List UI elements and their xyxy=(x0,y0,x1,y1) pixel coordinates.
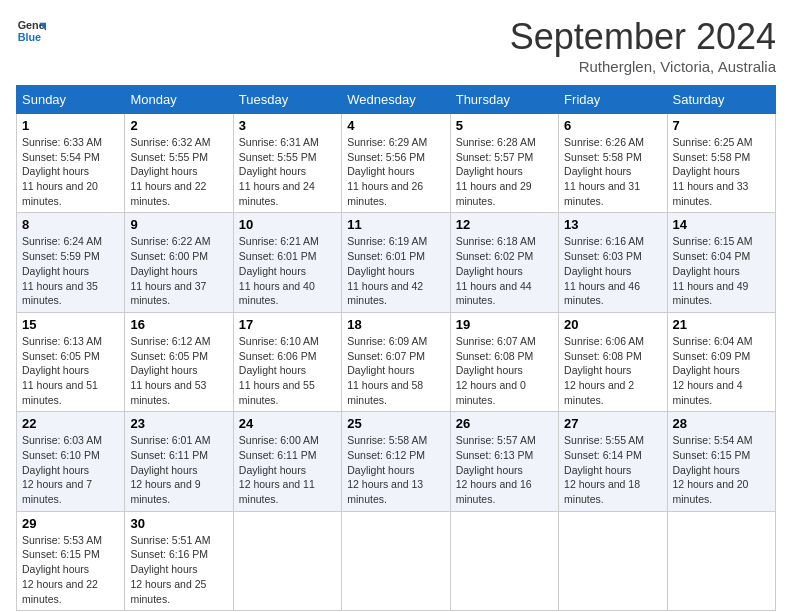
title-block: September 2024 Rutherglen, Victoria, Aus… xyxy=(510,16,776,75)
day-number: 29 xyxy=(22,516,119,531)
day-number: 27 xyxy=(564,416,661,431)
calendar-cell: 7 Sunrise: 6:25 AMSunset: 5:58 PMDayligh… xyxy=(667,114,775,213)
day-info: Sunrise: 6:32 AMSunset: 5:55 PMDaylight … xyxy=(130,135,227,208)
page-header: General Blue September 2024 Rutherglen, … xyxy=(16,16,776,75)
calendar-cell: 12 Sunrise: 6:18 AMSunset: 6:02 PMDaylig… xyxy=(450,213,558,312)
calendar-cell: 22 Sunrise: 6:03 AMSunset: 6:10 PMDaylig… xyxy=(17,412,125,511)
calendar-cell: 11 Sunrise: 6:19 AMSunset: 6:01 PMDaylig… xyxy=(342,213,450,312)
calendar-body: 1 Sunrise: 6:33 AMSunset: 5:54 PMDayligh… xyxy=(17,114,776,611)
calendar-week-4: 22 Sunrise: 6:03 AMSunset: 6:10 PMDaylig… xyxy=(17,412,776,511)
day-info: Sunrise: 6:03 AMSunset: 6:10 PMDaylight … xyxy=(22,433,119,506)
day-info: Sunrise: 6:26 AMSunset: 5:58 PMDaylight … xyxy=(564,135,661,208)
calendar-cell: 28 Sunrise: 5:54 AMSunset: 6:15 PMDaylig… xyxy=(667,412,775,511)
calendar-cell: 18 Sunrise: 6:09 AMSunset: 6:07 PMDaylig… xyxy=(342,312,450,411)
calendar-cell: 30 Sunrise: 5:51 AMSunset: 6:16 PMDaylig… xyxy=(125,511,233,610)
calendar-cell: 19 Sunrise: 6:07 AMSunset: 6:08 PMDaylig… xyxy=(450,312,558,411)
day-info: Sunrise: 6:04 AMSunset: 6:09 PMDaylight … xyxy=(673,334,770,407)
calendar-cell xyxy=(667,511,775,610)
day-info: Sunrise: 5:53 AMSunset: 6:15 PMDaylight … xyxy=(22,533,119,606)
calendar-cell: 20 Sunrise: 6:06 AMSunset: 6:08 PMDaylig… xyxy=(559,312,667,411)
calendar-cell: 25 Sunrise: 5:58 AMSunset: 6:12 PMDaylig… xyxy=(342,412,450,511)
day-info: Sunrise: 6:22 AMSunset: 6:00 PMDaylight … xyxy=(130,234,227,307)
day-info: Sunrise: 5:55 AMSunset: 6:14 PMDaylight … xyxy=(564,433,661,506)
month-title: September 2024 xyxy=(510,16,776,58)
calendar-cell: 14 Sunrise: 6:15 AMSunset: 6:04 PMDaylig… xyxy=(667,213,775,312)
day-number: 5 xyxy=(456,118,553,133)
weekday-header-tuesday: Tuesday xyxy=(233,86,341,114)
day-number: 22 xyxy=(22,416,119,431)
calendar-cell: 21 Sunrise: 6:04 AMSunset: 6:09 PMDaylig… xyxy=(667,312,775,411)
day-info: Sunrise: 5:54 AMSunset: 6:15 PMDaylight … xyxy=(673,433,770,506)
calendar-week-2: 8 Sunrise: 6:24 AMSunset: 5:59 PMDayligh… xyxy=(17,213,776,312)
calendar-cell xyxy=(559,511,667,610)
day-number: 25 xyxy=(347,416,444,431)
calendar-cell: 26 Sunrise: 5:57 AMSunset: 6:13 PMDaylig… xyxy=(450,412,558,511)
calendar-cell xyxy=(233,511,341,610)
day-number: 1 xyxy=(22,118,119,133)
day-info: Sunrise: 6:12 AMSunset: 6:05 PMDaylight … xyxy=(130,334,227,407)
day-number: 10 xyxy=(239,217,336,232)
calendar-cell: 2 Sunrise: 6:32 AMSunset: 5:55 PMDayligh… xyxy=(125,114,233,213)
calendar-cell: 8 Sunrise: 6:24 AMSunset: 5:59 PMDayligh… xyxy=(17,213,125,312)
day-info: Sunrise: 6:19 AMSunset: 6:01 PMDaylight … xyxy=(347,234,444,307)
calendar-cell: 27 Sunrise: 5:55 AMSunset: 6:14 PMDaylig… xyxy=(559,412,667,511)
day-number: 20 xyxy=(564,317,661,332)
day-info: Sunrise: 6:01 AMSunset: 6:11 PMDaylight … xyxy=(130,433,227,506)
calendar-cell: 16 Sunrise: 6:12 AMSunset: 6:05 PMDaylig… xyxy=(125,312,233,411)
calendar-cell: 15 Sunrise: 6:13 AMSunset: 6:05 PMDaylig… xyxy=(17,312,125,411)
logo-icon: General Blue xyxy=(16,16,46,46)
calendar-header-row: SundayMondayTuesdayWednesdayThursdayFrid… xyxy=(17,86,776,114)
day-number: 14 xyxy=(673,217,770,232)
day-number: 30 xyxy=(130,516,227,531)
day-info: Sunrise: 6:09 AMSunset: 6:07 PMDaylight … xyxy=(347,334,444,407)
day-number: 19 xyxy=(456,317,553,332)
day-info: Sunrise: 6:28 AMSunset: 5:57 PMDaylight … xyxy=(456,135,553,208)
calendar-cell xyxy=(450,511,558,610)
day-number: 4 xyxy=(347,118,444,133)
calendar-cell: 3 Sunrise: 6:31 AMSunset: 5:55 PMDayligh… xyxy=(233,114,341,213)
day-number: 6 xyxy=(564,118,661,133)
calendar-table: SundayMondayTuesdayWednesdayThursdayFrid… xyxy=(16,85,776,611)
weekday-header-thursday: Thursday xyxy=(450,86,558,114)
weekday-header-saturday: Saturday xyxy=(667,86,775,114)
calendar-cell: 17 Sunrise: 6:10 AMSunset: 6:06 PMDaylig… xyxy=(233,312,341,411)
day-number: 21 xyxy=(673,317,770,332)
day-info: Sunrise: 6:15 AMSunset: 6:04 PMDaylight … xyxy=(673,234,770,307)
day-info: Sunrise: 5:51 AMSunset: 6:16 PMDaylight … xyxy=(130,533,227,606)
day-number: 18 xyxy=(347,317,444,332)
day-number: 3 xyxy=(239,118,336,133)
calendar-cell: 9 Sunrise: 6:22 AMSunset: 6:00 PMDayligh… xyxy=(125,213,233,312)
calendar-cell: 4 Sunrise: 6:29 AMSunset: 5:56 PMDayligh… xyxy=(342,114,450,213)
weekday-header-monday: Monday xyxy=(125,86,233,114)
calendar-cell: 5 Sunrise: 6:28 AMSunset: 5:57 PMDayligh… xyxy=(450,114,558,213)
weekday-header-friday: Friday xyxy=(559,86,667,114)
day-number: 9 xyxy=(130,217,227,232)
svg-text:Blue: Blue xyxy=(18,31,41,43)
day-number: 7 xyxy=(673,118,770,133)
day-info: Sunrise: 6:21 AMSunset: 6:01 PMDaylight … xyxy=(239,234,336,307)
day-info: Sunrise: 6:29 AMSunset: 5:56 PMDaylight … xyxy=(347,135,444,208)
calendar-week-1: 1 Sunrise: 6:33 AMSunset: 5:54 PMDayligh… xyxy=(17,114,776,213)
weekday-header-wednesday: Wednesday xyxy=(342,86,450,114)
calendar-cell: 6 Sunrise: 6:26 AMSunset: 5:58 PMDayligh… xyxy=(559,114,667,213)
day-info: Sunrise: 6:06 AMSunset: 6:08 PMDaylight … xyxy=(564,334,661,407)
day-info: Sunrise: 6:00 AMSunset: 6:11 PMDaylight … xyxy=(239,433,336,506)
calendar-cell: 24 Sunrise: 6:00 AMSunset: 6:11 PMDaylig… xyxy=(233,412,341,511)
day-number: 26 xyxy=(456,416,553,431)
day-info: Sunrise: 5:57 AMSunset: 6:13 PMDaylight … xyxy=(456,433,553,506)
day-info: Sunrise: 6:13 AMSunset: 6:05 PMDaylight … xyxy=(22,334,119,407)
calendar-week-3: 15 Sunrise: 6:13 AMSunset: 6:05 PMDaylig… xyxy=(17,312,776,411)
day-number: 17 xyxy=(239,317,336,332)
calendar-week-5: 29 Sunrise: 5:53 AMSunset: 6:15 PMDaylig… xyxy=(17,511,776,610)
day-info: Sunrise: 6:07 AMSunset: 6:08 PMDaylight … xyxy=(456,334,553,407)
day-info: Sunrise: 6:24 AMSunset: 5:59 PMDaylight … xyxy=(22,234,119,307)
day-info: Sunrise: 6:33 AMSunset: 5:54 PMDaylight … xyxy=(22,135,119,208)
day-number: 23 xyxy=(130,416,227,431)
calendar-cell: 10 Sunrise: 6:21 AMSunset: 6:01 PMDaylig… xyxy=(233,213,341,312)
day-info: Sunrise: 6:10 AMSunset: 6:06 PMDaylight … xyxy=(239,334,336,407)
location-subtitle: Rutherglen, Victoria, Australia xyxy=(510,58,776,75)
day-info: Sunrise: 6:25 AMSunset: 5:58 PMDaylight … xyxy=(673,135,770,208)
logo: General Blue xyxy=(16,16,46,46)
day-number: 28 xyxy=(673,416,770,431)
calendar-cell: 13 Sunrise: 6:16 AMSunset: 6:03 PMDaylig… xyxy=(559,213,667,312)
